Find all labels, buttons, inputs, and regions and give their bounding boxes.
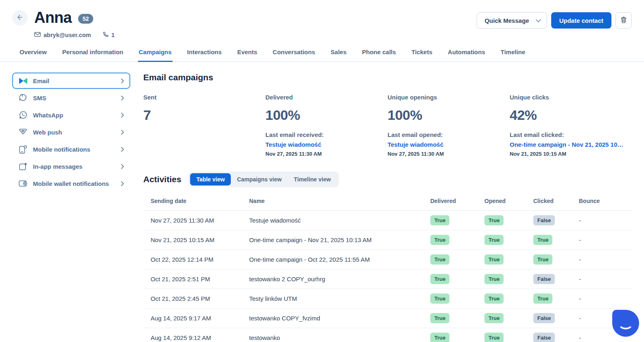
tab-overview[interactable]: Overview xyxy=(19,45,48,62)
cell-sending-date: Oct 21, 2025 2:45 PM xyxy=(143,289,249,309)
cell-bounce: - xyxy=(579,211,632,230)
status-badge: True xyxy=(430,274,449,284)
status-badge: True xyxy=(484,274,504,284)
table-row[interactable]: Oct 21, 2025 2:45 PMTesty linków UTMTrue… xyxy=(143,289,632,309)
trash-icon xyxy=(621,17,626,24)
status-badge: True xyxy=(430,313,449,323)
sidebar-item-in-app-messages[interactable]: In-app messages xyxy=(12,158,130,174)
cell-delivered: True xyxy=(430,309,484,328)
cell-clicked: True xyxy=(533,230,579,250)
view-button-timeline-view[interactable]: Timeline view xyxy=(288,173,337,185)
chevron-right-icon xyxy=(121,78,124,84)
sidebar-item-label: Web push xyxy=(33,129,116,136)
status-badge: False xyxy=(533,333,555,342)
column-header-delivered: Delivered xyxy=(430,193,484,211)
stat-date: Nov 27, 2025 11:30 AM xyxy=(265,151,388,157)
cell-opened: True xyxy=(484,250,533,269)
tab-timeline[interactable]: Timeline xyxy=(500,45,526,62)
table-row[interactable]: Aug 14, 2025 9:17 AMtestowanko COPY_fvzi… xyxy=(143,309,632,328)
stat-campaign-link[interactable]: Testuje wiadomość xyxy=(265,141,380,148)
column-header-sending-date: Sending date xyxy=(143,193,249,211)
cell-delivered: True xyxy=(430,230,484,250)
tab-phone-calls[interactable]: Phone calls xyxy=(361,45,396,62)
status-badge: False xyxy=(533,274,555,284)
chevron-right-icon xyxy=(121,113,124,118)
phone-icon xyxy=(103,31,109,39)
sidebar-item-label: Email xyxy=(33,77,116,84)
table-body: Nov 27, 2025 11:30 AMTestuje wiadomośćTr… xyxy=(143,211,632,342)
cell-clicked: True xyxy=(533,250,579,269)
table-row[interactable]: Oct 21, 2025 2:51 PMtestowanko 2 COPY_ou… xyxy=(143,269,632,289)
contact-score-badge: 52 xyxy=(78,14,94,24)
activities-title: Activities xyxy=(143,174,181,184)
sidebar-item-sms[interactable]: SMS xyxy=(12,90,130,106)
cell-sending-date: Nov 27, 2025 11:30 AM xyxy=(143,211,249,230)
sidebar-item-email[interactable]: Email xyxy=(12,73,130,89)
status-badge: False xyxy=(533,313,555,323)
tab-sales[interactable]: Sales xyxy=(330,45,347,62)
stat-label: Unique openings xyxy=(388,94,510,101)
tab-tickets[interactable]: Tickets xyxy=(411,45,433,62)
cell-sending-date: Oct 22, 2025 12:14 PM xyxy=(143,250,249,269)
cell-clicked: False xyxy=(533,211,579,230)
cell-clicked: True xyxy=(533,289,579,309)
sidebar-item-mobile-notifications[interactable]: Mobile notifications xyxy=(12,141,130,157)
delete-contact-button[interactable] xyxy=(616,12,632,29)
tab-personal-information[interactable]: Personal information xyxy=(61,45,124,62)
stat-value: 42% xyxy=(510,107,632,123)
view-button-table-view[interactable]: Table view xyxy=(190,173,231,185)
update-contact-button[interactable]: Update contact xyxy=(551,12,611,29)
contact-phone: 1 xyxy=(103,31,115,39)
tab-automations[interactable]: Automations xyxy=(447,45,486,62)
stat-campaign-link[interactable]: Testuje wiadomość xyxy=(388,141,502,148)
table-row[interactable]: Nov 27, 2025 11:30 AMTestuje wiadomośćTr… xyxy=(143,211,632,230)
chat-widget-button[interactable] xyxy=(612,310,639,337)
cell-bounce: - xyxy=(579,269,632,289)
back-button[interactable] xyxy=(12,10,28,26)
table-row[interactable]: Nov 21, 2025 10:15 AMOne-time campaign -… xyxy=(143,230,632,250)
mobile-notifications-icon xyxy=(18,145,28,154)
sidebar-item-mobile-wallet-notifications[interactable]: Mobile wallet notifications xyxy=(12,175,130,192)
contact-phone-value: 1 xyxy=(112,32,115,38)
stat-sub-label: Last email opened: xyxy=(388,131,510,138)
column-header-name: Name xyxy=(249,193,430,211)
status-badge: True xyxy=(533,254,552,265)
campaign-stats: Sent7Delivered100%Last email received:Te… xyxy=(143,94,632,157)
tab-campaigns[interactable]: Campaigns xyxy=(138,45,173,62)
status-badge: True xyxy=(533,235,552,245)
status-badge: True xyxy=(484,235,504,245)
status-badge: False xyxy=(533,215,555,225)
cell-opened: True xyxy=(484,230,533,250)
contact-header: Anna 52 abryk@user.com 1 Quick Message xyxy=(0,0,644,39)
stat-date: Nov 27, 2025 11:30 AM xyxy=(388,151,510,157)
status-badge: True xyxy=(484,333,504,342)
tab-conversations[interactable]: Conversations xyxy=(272,45,316,62)
cell-name: Testy linków UTM xyxy=(249,289,430,309)
sidebar-item-web-push[interactable]: Web push xyxy=(12,124,130,140)
stat-delivered: Delivered100%Last email received:Testuje… xyxy=(265,94,388,157)
cell-clicked: False xyxy=(533,328,579,342)
content: EmailSMSWhatsAppWeb pushMobile notificat… xyxy=(0,62,644,342)
sidebar-item-whatsapp[interactable]: WhatsApp xyxy=(12,107,130,123)
cell-sending-date: Aug 14, 2025 9:12 AM xyxy=(143,328,249,342)
web-push-icon xyxy=(18,128,28,136)
stat-campaign-link[interactable]: One-time campaign - Nov 21, 2025 10:… xyxy=(510,141,624,148)
email-icon xyxy=(18,77,28,84)
chevron-right-icon xyxy=(121,164,124,169)
quick-message-dropdown[interactable]: Quick Message xyxy=(477,12,547,29)
status-badge: True xyxy=(430,293,449,304)
cell-name: testowanko COPY_fvzimd xyxy=(249,309,430,328)
chat-smile-icon xyxy=(618,316,633,329)
activities-table: Sending dateNameDeliveredOpenedClickedBo… xyxy=(143,193,632,342)
activities-header: Activities Table viewCampaigns viewTimel… xyxy=(143,172,632,187)
column-header-clicked: Clicked xyxy=(533,193,579,211)
tab-interactions[interactable]: Interactions xyxy=(186,45,223,62)
table-row[interactable]: Aug 14, 2025 9:12 AMtestowankoTrueTrueFa… xyxy=(143,328,632,342)
cell-opened: True xyxy=(484,211,533,230)
status-badge: True xyxy=(430,254,449,265)
tab-events[interactable]: Events xyxy=(237,45,258,62)
table-row[interactable]: Oct 22, 2025 12:14 PMOne-time campaign -… xyxy=(143,250,632,269)
cell-sending-date: Aug 14, 2025 9:17 AM xyxy=(143,309,249,328)
view-button-campaigns-view[interactable]: Campaigns view xyxy=(231,173,288,185)
contact-identity: Anna 52 abryk@user.com 1 xyxy=(12,9,115,39)
